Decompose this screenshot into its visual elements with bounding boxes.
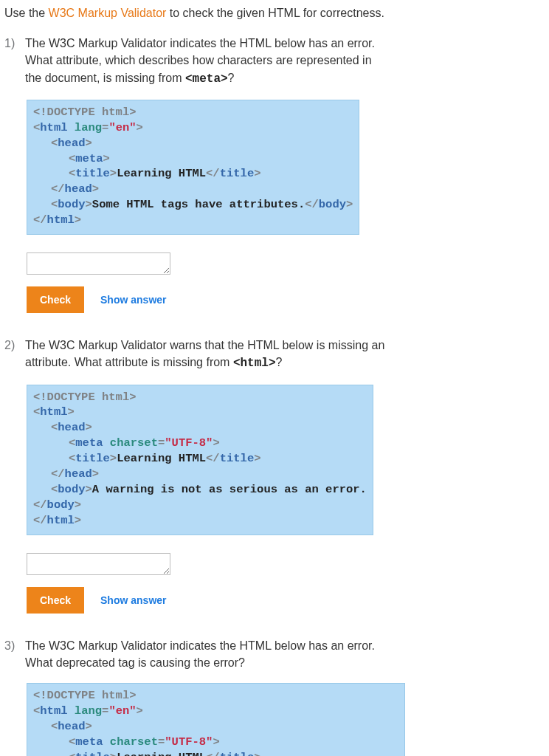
w3c-validator-link[interactable]: W3C Markup Validator <box>49 7 167 19</box>
code-block: <!DOCTYPE html><html lang="en"><head><me… <box>27 100 359 235</box>
show-answer-button[interactable]: Show answer <box>100 594 166 606</box>
question-number: 3) <box>4 637 25 654</box>
code-block: <!DOCTYPE html><html><head><meta charset… <box>27 385 373 535</box>
question-text: The W3C Markup Validator indicates the H… <box>25 35 512 88</box>
check-button[interactable]: Check <box>27 286 84 313</box>
question-text: The W3C Markup Validator warns that the … <box>25 337 512 372</box>
question-text: The W3C Markup Validator indicates the H… <box>25 637 512 671</box>
answer-input[interactable] <box>27 252 170 275</box>
inline-code: <meta> <box>185 72 228 86</box>
question-number: 1) <box>4 35 25 52</box>
code-block: <!DOCTYPE html><html lang="en"><head><me… <box>27 683 405 756</box>
question-2: 2) The W3C Markup Validator warns that t… <box>4 337 549 614</box>
intro-suffix: to check the given HTML for correctness. <box>166 7 384 19</box>
question-3: 3) The W3C Markup Validator indicates th… <box>4 637 549 756</box>
intro-text: Use the W3C Markup Validator to check th… <box>4 4 549 21</box>
check-button[interactable]: Check <box>27 587 84 614</box>
answer-input[interactable] <box>27 553 170 575</box>
intro-prefix: Use the <box>4 7 49 19</box>
inline-code: <html> <box>233 357 276 370</box>
question-1: 1) The W3C Markup Validator indicates th… <box>4 35 549 313</box>
show-answer-button[interactable]: Show answer <box>100 294 166 306</box>
question-number: 2) <box>4 337 25 354</box>
